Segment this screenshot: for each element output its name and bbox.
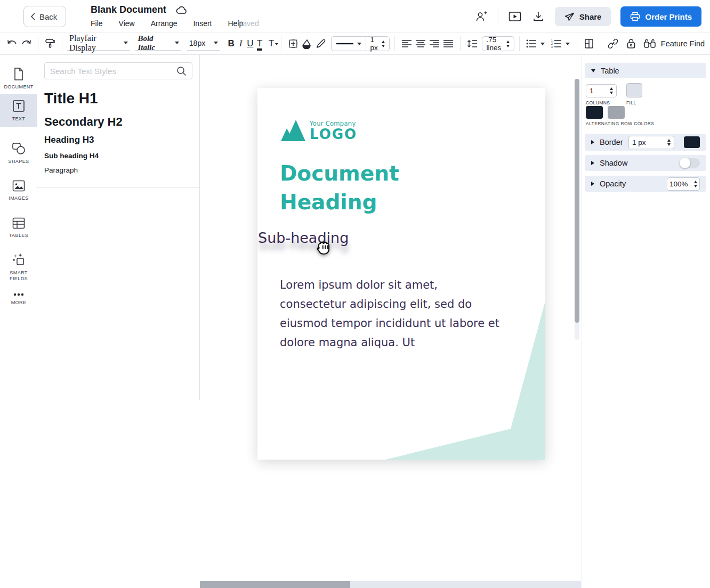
style-sub-heading-h4[interactable]: Sub heading H4 [44,152,99,160]
text-color-glyph: T [257,38,262,48]
paper-plane-icon [564,12,575,21]
position-icon[interactable] [286,37,300,51]
sidebar-item-smart-fields[interactable]: SMART FIELDS [0,248,37,287]
add-collaborator-icon[interactable] [474,10,488,23]
text-icon [12,99,26,113]
share-button[interactable]: Share [555,7,611,26]
mint-corner-shape[interactable] [257,88,545,460]
caret-down-icon [214,42,218,44]
body-paragraph-text[interactable]: Lorem ipsum dolor sit amet, consectetur … [280,275,504,352]
align-justify-icon[interactable] [441,37,455,51]
company-logo[interactable]: Your Company LOGO [281,120,357,141]
font-style-select[interactable]: Bold Italic [135,37,181,51]
style-title-h1[interactable]: Title H1 [44,90,98,107]
shadow-section-row[interactable]: Shadow [585,155,706,171]
toggle-knob [680,158,690,168]
sidebar-item-images[interactable]: IMAGES [0,175,37,206]
horizontal-scrollbar-thumb[interactable] [200,581,350,588]
link-icon[interactable] [606,37,620,51]
document-heading-text[interactable]: Document Heading [280,159,440,217]
style-secondary-h2[interactable]: Secondary H2 [44,115,123,129]
undo-icon[interactable] [5,37,19,51]
style-heading-h3[interactable]: Heading H3 [44,135,94,145]
search-box[interactable] [44,62,192,79]
alt-row-color-1-swatch[interactable] [586,106,603,119]
sidebar-item-tables[interactable]: TABLES [0,212,37,243]
document-page[interactable]: Your Company LOGO Document Heading Sub-h… [257,88,545,460]
image-icon [12,179,26,192]
download-icon[interactable] [531,10,545,23]
triangle-right-icon [591,182,594,186]
stepper-arrows-icon[interactable] [382,40,385,47]
caret-down-icon[interactable] [540,43,545,45]
stroke-width-stepper[interactable]: 1 px [366,37,390,51]
columns-stepper[interactable]: 1 [586,84,617,97]
feature-find-label[interactable]: Feature Find [661,39,705,48]
fill-swatch[interactable] [626,83,642,97]
font-size-select[interactable]: 18px [187,37,220,51]
present-icon[interactable] [508,10,522,23]
line-spacing-stepper[interactable]: .75 lines [482,36,514,51]
sidebar-item-label: TEXT [12,116,26,122]
style-paragraph[interactable]: Paragraph [44,166,78,174]
bullet-list-icon[interactable] [525,37,538,51]
numbered-list-icon[interactable]: 123 [550,37,563,51]
align-left-icon[interactable] [400,37,414,51]
pen-icon[interactable] [314,37,328,51]
menu-view[interactable]: View [119,19,135,28]
logo-word: LOGO [310,127,357,141]
panel-right-border [199,55,200,400]
alt-row-color-2-swatch[interactable] [608,106,625,119]
sidebar-item-more[interactable]: MORE [0,288,37,311]
panel-divider [37,187,199,188]
more-dots-icon [12,292,26,297]
italic-button[interactable]: I [236,38,246,49]
line-spacing-icon[interactable] [465,37,479,51]
stepper-arrows-icon[interactable] [506,40,510,47]
shadow-toggle[interactable] [680,158,700,168]
align-center-icon[interactable] [414,37,427,51]
border-section-row[interactable]: Border 1 px [585,134,706,151]
sidebar-item-text[interactable]: TEXT [0,94,37,127]
sidebar-item-shapes[interactable]: SHAPES [0,137,37,169]
underline-button[interactable]: U [245,38,255,49]
document-title[interactable]: Blank Document [91,4,166,15]
back-button[interactable]: Back [23,6,66,27]
opacity-section-row[interactable]: Opacity 100% [585,176,706,192]
stepper-arrows-icon[interactable] [667,139,671,146]
text-color-button[interactable]: T [255,38,264,49]
border-width-stepper[interactable]: 1 px [628,136,674,149]
format-painter-icon[interactable] [43,37,57,51]
table-section-header[interactable]: Table [585,63,706,78]
vertical-scrollbar-thumb[interactable] [575,79,579,323]
lock-icon[interactable] [624,37,638,51]
stepper-arrows-icon[interactable] [610,87,613,94]
page-layout-icon[interactable] [582,37,596,51]
stepper-arrows-icon[interactable] [694,181,697,187]
text-options-button[interactable]: T [267,38,276,49]
menu-arrange[interactable]: Arrange [151,19,178,28]
table-icon [12,217,26,230]
line-style-select[interactable] [332,37,366,51]
menu-insert[interactable]: Insert [193,19,212,28]
order-prints-button[interactable]: Order Prints [620,6,701,27]
canvas-area[interactable]: Your Company LOGO Document Heading Sub-h… [200,55,581,588]
search-icon[interactable] [176,66,187,76]
stroke-style-control: 1 px [331,36,390,51]
search-input[interactable] [50,67,176,76]
feature-find-icon[interactable] [643,37,657,51]
fill-color-icon[interactable] [300,37,314,51]
sidebar-item-document[interactable]: DOCUMENT [0,62,37,95]
menu-file[interactable]: File [91,19,103,28]
caret-down-icon[interactable] [566,43,570,45]
align-right-icon[interactable] [427,37,441,51]
bold-button[interactable]: B [227,38,236,49]
alt-rows-label: ALTERNATING ROW COLORS [586,121,654,126]
font-style-value: Bold Italic [138,34,172,52]
border-color-swatch[interactable] [684,136,700,148]
saved-status: Saved [238,19,259,28]
border-label: Border [600,138,623,146]
redo-icon[interactable] [19,37,33,51]
opacity-stepper[interactable]: 100% [667,177,700,191]
font-family-select[interactable]: Playfair Display [67,37,130,51]
